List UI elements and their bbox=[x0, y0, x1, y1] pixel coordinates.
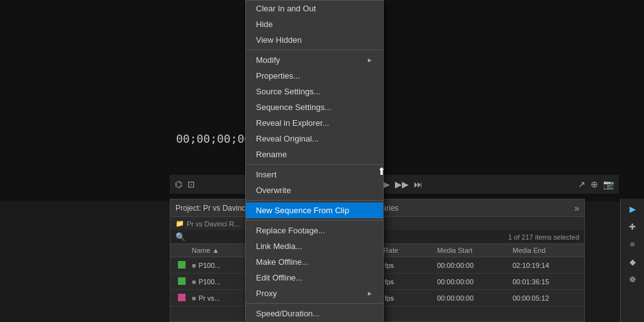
menu-item-overwrite[interactable]: Overwrite bbox=[246, 182, 383, 198]
row-media-start: 00:00:00:00 bbox=[433, 262, 509, 269]
menu-item-edit-offline[interactable]: Edit Offline... bbox=[246, 270, 383, 286]
menu-item-label: Properties... bbox=[256, 71, 300, 80]
menu-item-label: Source Settings... bbox=[256, 87, 321, 96]
menu-item-replace-footage[interactable]: Replace Footage... bbox=[246, 223, 383, 238]
trim-icon[interactable]: ⊡ bbox=[187, 179, 195, 189]
forward-icon[interactable]: ⏭ bbox=[414, 179, 423, 189]
menu-item-source-settings[interactable]: Source Settings... bbox=[246, 84, 383, 99]
hand-tool-icon[interactable]: ☸ bbox=[624, 272, 641, 287]
menu-item-rename[interactable]: Rename bbox=[246, 147, 383, 162]
menu-item-label: Hide bbox=[256, 19, 273, 29]
breadcrumb-text: Pr vs Davinci R... bbox=[187, 220, 240, 228]
menu-item-new-sequence[interactable]: New Sequence From Clip bbox=[246, 203, 383, 218]
submenu-arrow-icon: ► bbox=[367, 57, 373, 64]
menu-item-link-media[interactable]: Link Media... bbox=[246, 238, 383, 254]
menu-item-reveal-original[interactable]: Reveal Original... bbox=[246, 131, 383, 147]
timecode-display: 00;00;00;00 bbox=[176, 132, 251, 145]
folder-icon: 📁 bbox=[175, 219, 184, 228]
menu-separator bbox=[246, 200, 383, 201]
menu-separator bbox=[246, 303, 383, 304]
pen-tool-icon[interactable]: ◆ bbox=[624, 254, 641, 269]
menu-item-label: Speed/Duration... bbox=[256, 309, 319, 318]
menu-item-label: Reveal in Explorer... bbox=[256, 118, 329, 128]
context-menu: Clear In and OutHideView HiddenModify►Pr… bbox=[245, 0, 384, 322]
menu-item-label: Replace Footage... bbox=[256, 226, 325, 235]
menu-item-modify[interactable]: Modify► bbox=[246, 52, 383, 68]
camera-icon[interactable]: 📷 bbox=[603, 179, 614, 189]
row-media-end: 00:01:36:15 bbox=[509, 278, 584, 286]
export-icon[interactable]: ↗ bbox=[578, 179, 586, 189]
menu-item-label: Make Offline... bbox=[256, 257, 309, 267]
step-forward-icon[interactable]: ▶▶ bbox=[395, 179, 409, 189]
menu-item-label: Reveal Original... bbox=[256, 134, 319, 143]
menu-separator bbox=[246, 220, 383, 221]
row-color-icon bbox=[170, 261, 188, 270]
insert-icon[interactable]: ⊕ bbox=[591, 179, 598, 189]
play-icon[interactable]: ▶ bbox=[383, 179, 390, 189]
menu-item-clear-in-out[interactable]: Clear In and Out bbox=[246, 1, 383, 16]
menu-item-label: Edit Offline... bbox=[256, 273, 303, 282]
zoom-tool-icon[interactable]: ≡ bbox=[624, 236, 641, 252]
row-media-start: 00:00:00:00 bbox=[433, 294, 509, 302]
menu-item-properties[interactable]: Properties... bbox=[246, 68, 383, 84]
col-media-end[interactable]: Media End bbox=[509, 245, 584, 255]
menu-item-proxy[interactable]: Proxy► bbox=[246, 286, 383, 301]
row-media-start: 00:00:00:00 bbox=[433, 278, 509, 286]
items-count: 1 of 217 items selected bbox=[508, 233, 579, 241]
row-color-icon bbox=[170, 277, 188, 286]
menu-item-insert[interactable]: Insert bbox=[246, 167, 383, 182]
menu-item-label: Modify bbox=[256, 55, 280, 65]
ripple-tool-icon[interactable]: ✚ bbox=[624, 219, 641, 234]
submenu-arrow-icon: ► bbox=[367, 290, 373, 297]
project-title: Project: Pr vs Davinci bbox=[175, 204, 247, 213]
menu-item-sequence-settings[interactable]: Sequence Settings... bbox=[246, 99, 383, 115]
menu-item-label: New Sequence From Clip bbox=[256, 206, 349, 215]
menu-item-label: Link Media... bbox=[256, 242, 303, 251]
col-icon bbox=[170, 245, 188, 255]
select-tool-icon[interactable]: ▶ bbox=[624, 201, 641, 216]
panel-expand-icon[interactable]: » bbox=[574, 203, 579, 213]
row-media-end: 02:10:19:14 bbox=[509, 262, 584, 269]
menu-item-speed-duration[interactable]: Speed/Duration... bbox=[246, 306, 383, 321]
menu-item-label: Sequence Settings... bbox=[256, 103, 331, 112]
search-icon: 🔍 bbox=[175, 232, 186, 242]
row-color-icon bbox=[170, 294, 188, 303]
menu-item-label: Overwrite bbox=[256, 186, 291, 195]
cursor: ⬆ bbox=[377, 165, 385, 177]
menu-item-view-hidden[interactable]: View Hidden bbox=[246, 32, 383, 48]
menu-item-label: Clear In and Out bbox=[256, 4, 316, 13]
in-out-icon[interactable]: ⌬ bbox=[175, 179, 182, 189]
menu-item-label: Rename bbox=[256, 150, 287, 159]
right-tool-bar: ▶ ✚ ≡ ◆ ☸ bbox=[620, 199, 644, 322]
row-media-end: 00:00:05:12 bbox=[509, 294, 584, 302]
menu-item-make-offline[interactable]: Make Offline... bbox=[246, 254, 383, 270]
menu-item-label: Insert bbox=[256, 170, 277, 179]
menu-item-label: View Hidden bbox=[256, 35, 302, 45]
menu-item-label: Proxy bbox=[256, 289, 277, 298]
menu-item-hide[interactable]: Hide bbox=[246, 16, 383, 32]
menu-separator bbox=[246, 164, 383, 165]
col-media-start[interactable]: Media Start bbox=[433, 245, 509, 255]
menu-item-reveal-explorer[interactable]: Reveal in Explorer... bbox=[246, 115, 383, 131]
video-controls-bar: ⌬ ⊡ ⏮ ◀◀ ▶ ▶▶ ⏭ ↗ ⊕ 📷 bbox=[170, 175, 619, 194]
menu-separator bbox=[246, 50, 383, 50]
